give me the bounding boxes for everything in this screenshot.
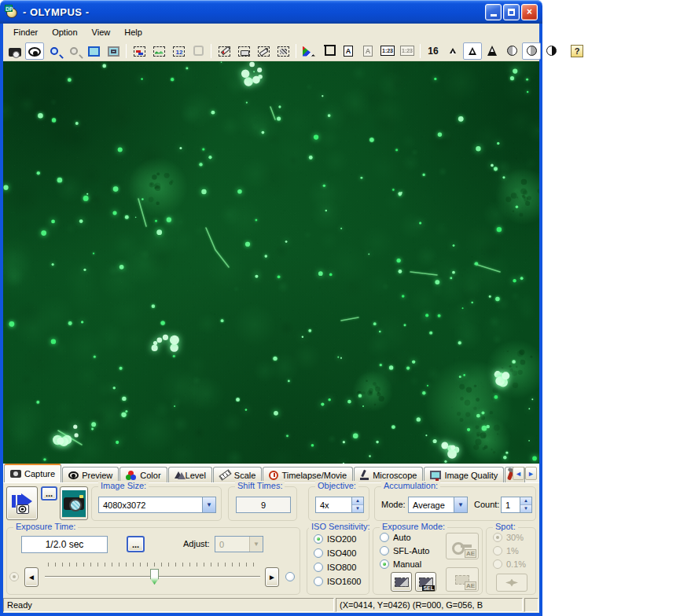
- tab-scroll-left-button[interactable]: ◄: [513, 467, 524, 480]
- live-image-viewport: [3, 61, 539, 464]
- full-view-window-icon[interactable]: [84, 42, 103, 60]
- window-body: Finder Option View Help 12 A: [0, 24, 542, 616]
- accumulation-label: Accumulation:: [381, 481, 440, 490]
- gradation-icon[interactable]: [300, 42, 318, 60]
- preview-start-button[interactable]: [6, 486, 38, 520]
- iso-sensitivity-group: ISO Sensitivity: ISO200 ISO400 ISO800 IS…: [307, 527, 369, 595]
- tab-image-quality[interactable]: Image Quality: [424, 467, 504, 482]
- exposure-time-more-button[interactable]: ...: [127, 536, 145, 552]
- toolbar-separator: [420, 44, 421, 58]
- exposure-increase-button[interactable]: ►: [265, 567, 279, 587]
- preview-options-button[interactable]: ...: [41, 486, 57, 500]
- pick-pen-roi-icon[interactable]: [254, 42, 273, 60]
- exposure-decrease-button[interactable]: ◄: [24, 567, 39, 587]
- print-roi-icon[interactable]: [234, 42, 253, 60]
- exposure-time-group: Exposure Time: 1/2.0 sec ... Adjust: 0 ▼…: [6, 527, 300, 595]
- peak-large-icon[interactable]: [483, 42, 502, 60]
- minimize-button[interactable]: [485, 4, 502, 20]
- roi-capture-graph-icon[interactable]: [149, 42, 168, 60]
- live-preview-eye-icon[interactable]: [25, 42, 44, 60]
- capture-camera-icon[interactable]: [6, 42, 24, 60]
- iso400-radio[interactable]: ISO400: [314, 548, 356, 558]
- contrast-high-icon[interactable]: [542, 42, 561, 60]
- mode-label: Mode:: [381, 500, 406, 509]
- accumulation-count-spinner[interactable]: 1 ▲▼: [501, 497, 532, 513]
- iso-label: ISO Sensitivity:: [309, 522, 373, 531]
- tab-scale[interactable]: Scale: [213, 467, 263, 482]
- menu-help[interactable]: Help: [117, 25, 149, 39]
- slider-right-radio[interactable]: [285, 572, 295, 581]
- menu-view[interactable]: View: [85, 25, 118, 39]
- help-icon[interactable]: ?: [568, 42, 586, 60]
- auto-radio[interactable]: Auto: [380, 533, 411, 542]
- text-annotation-icon[interactable]: A: [339, 42, 358, 60]
- manual-radio[interactable]: Manual: [380, 559, 421, 569]
- iso1600-radio[interactable]: ISO1600: [314, 577, 361, 586]
- status-message: Ready: [3, 598, 334, 612]
- accumulation-mode-select[interactable]: Average ▼: [408, 497, 468, 513]
- cursor-coordinates: (X=0414, Y=0426) (R=000, G=056, B: [336, 598, 523, 612]
- roi-capture-12-icon[interactable]: 12: [169, 42, 188, 60]
- adjust-select: 0 ▼: [215, 536, 263, 552]
- tab-microscope[interactable]: Microscope: [354, 467, 423, 482]
- tab-level[interactable]: Level: [168, 467, 212, 482]
- peak-small-icon[interactable]: [443, 42, 462, 60]
- toolbar-separator: [126, 44, 127, 58]
- objective-spinner[interactable]: 4x ▲▼: [315, 497, 364, 513]
- maximize-button[interactable]: [503, 4, 520, 20]
- spot-01-radio: 0.1%: [493, 559, 526, 569]
- shift-times-input[interactable]: 9: [236, 497, 291, 513]
- menu-finder[interactable]: Finder: [6, 25, 45, 39]
- roi-capture-flag-icon[interactable]: [130, 42, 149, 60]
- spot-30-radio: 30%: [493, 533, 524, 542]
- sfl-auto-radio[interactable]: SFL-Auto: [380, 546, 429, 556]
- zoom-magnifier-icon[interactable]: [45, 42, 64, 60]
- shift-times-label: Shift Times:: [235, 481, 285, 490]
- roi-select-button[interactable]: SEL: [415, 572, 436, 592]
- app-icon: DP: [5, 5, 19, 19]
- capture-panel: ... Image Size: 4080x3072 ▼ Shift Times:…: [3, 482, 539, 597]
- live-image-canvas: [3, 61, 539, 464]
- roi-metering-button[interactable]: [391, 572, 412, 592]
- crop-icon[interactable]: [319, 42, 338, 60]
- image-size-value: 4080x3072: [99, 500, 202, 510]
- chevron-down-icon[interactable]: ▼: [202, 497, 215, 512]
- iso200-radio[interactable]: ISO200: [314, 534, 356, 544]
- spinner-arrows-icon[interactable]: ▲▼: [351, 497, 363, 512]
- close-button[interactable]: ×: [521, 4, 538, 20]
- capture-button[interactable]: [60, 486, 88, 520]
- tab-timelapse-movie[interactable]: Timelapse/Movie: [263, 467, 353, 482]
- fill-roi-icon[interactable]: [274, 42, 292, 60]
- monitor-icon: [430, 471, 441, 479]
- exposure-mode-label: Exposure Mode:: [380, 522, 447, 531]
- image-size-select[interactable]: 4080x3072 ▼: [98, 497, 216, 513]
- objective-label: Objective:: [315, 481, 358, 490]
- menu-bar: Finder Option View Help: [3, 24, 539, 41]
- iso800-radio[interactable]: ISO800: [314, 563, 356, 572]
- peak-medium-icon[interactable]: [463, 42, 482, 60]
- contrast-low-icon[interactable]: [502, 42, 521, 60]
- tab-capture[interactable]: Capture: [4, 464, 61, 482]
- app-window: DP - OLYMPUS - × Finder Option View Help…: [0, 0, 542, 616]
- ae-lock-button: AE: [446, 533, 479, 559]
- draw-pencil-roi-icon[interactable]: [215, 42, 233, 60]
- framed-view-window-icon[interactable]: [104, 42, 123, 60]
- date-stamp-icon[interactable]: 1:23: [378, 42, 397, 60]
- accumulation-mode-value: Average: [409, 500, 454, 510]
- window-title: - OLYMPUS -: [23, 6, 89, 18]
- bit-depth-icon[interactable]: 16: [424, 42, 443, 60]
- title-bar[interactable]: DP - OLYMPUS - ×: [0, 0, 542, 24]
- tab-color[interactable]: Color: [119, 467, 167, 482]
- tab-scroll-right-button[interactable]: ►: [525, 467, 537, 480]
- tab-preview[interactable]: Preview: [62, 467, 119, 482]
- toolbar-separator: [211, 44, 211, 58]
- exposure-time-label: Exposure Time:: [13, 522, 78, 531]
- exposure-slider-thumb[interactable]: [150, 569, 159, 585]
- spot-label: Spot:: [493, 522, 518, 531]
- spinner-arrows-icon[interactable]: ▲▼: [520, 497, 531, 512]
- chevron-down-icon[interactable]: ▼: [454, 497, 467, 512]
- roi-move-icon: [189, 42, 208, 60]
- menu-option[interactable]: Option: [45, 25, 84, 39]
- shift-times-group: Shift Times: 9: [228, 486, 297, 521]
- contrast-mid-icon[interactable]: [522, 42, 541, 60]
